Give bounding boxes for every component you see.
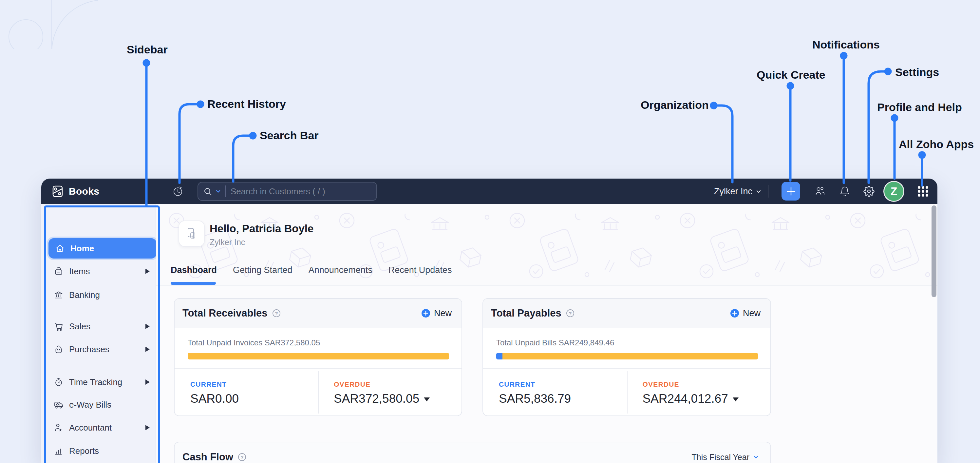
greeting-text: Hello, Patricia Boyle xyxy=(210,223,313,235)
tab-announcements[interactable]: Announcements xyxy=(309,265,372,275)
overdue-label: OVERDUE xyxy=(334,380,461,388)
annotation-label-all-zoho-apps: All Zoho Apps xyxy=(899,138,974,151)
submenu-arrow-icon xyxy=(145,379,150,385)
greeting-company: Zylker Inc xyxy=(210,237,245,247)
books-logo-icon[interactable] xyxy=(51,185,64,198)
new-bill-button[interactable]: New xyxy=(730,308,760,318)
tab-recent-updates[interactable]: Recent Updates xyxy=(388,265,452,275)
current-label: CURRENT xyxy=(190,380,318,388)
caret-down-icon xyxy=(424,398,430,401)
overdue-label: OVERDUE xyxy=(643,380,771,388)
document-icon xyxy=(185,227,199,240)
sidebar-item-banking[interactable]: Banking xyxy=(41,286,156,304)
organization-name: Zylker Inc xyxy=(714,186,752,197)
profile-avatar[interactable]: Z xyxy=(885,182,904,201)
unpaid-summary: Total Unpaid Bills SAR249,849.46 xyxy=(496,338,758,347)
help-icon[interactable]: ? xyxy=(237,452,247,462)
new-label: New xyxy=(434,308,452,318)
tab-getting-started[interactable]: Getting Started xyxy=(233,265,293,275)
svg-text:?: ? xyxy=(275,311,278,316)
tab-dashboard[interactable]: Dashboard xyxy=(171,265,217,275)
chevron-down-icon xyxy=(752,454,759,460)
search-icon xyxy=(204,187,212,196)
total-payables-card: Total Payables ? New Tot xyxy=(482,298,771,416)
chevron-down-icon xyxy=(755,188,762,195)
quick-create-button[interactable] xyxy=(781,182,800,200)
sidebar-item-accountant[interactable]: Accountant xyxy=(41,419,156,436)
annotation-label-settings: Settings xyxy=(895,66,939,79)
unpaid-summary: Total Unpaid Invoices SAR372,580.05 xyxy=(188,338,449,347)
greeting-tile xyxy=(178,221,205,247)
annotation-label-sidebar: Sidebar xyxy=(127,43,168,56)
sidebar-item-reports[interactable]: Reports xyxy=(41,442,156,460)
period-selector[interactable]: This Fiscal Year xyxy=(692,452,759,462)
main-content: Hello, Patricia Boyle Zylker Inc Dashboa… xyxy=(156,204,937,463)
overdue-amount[interactable]: SAR372,580.05 xyxy=(334,392,461,406)
sidebar-item-label: Purchases xyxy=(69,344,110,355)
current-label: CURRENT xyxy=(499,380,627,388)
card-header: Total Receivables ? New xyxy=(175,299,461,328)
home-icon xyxy=(55,243,65,253)
settings-pointer-line xyxy=(869,72,888,183)
plus-circle-icon xyxy=(730,309,739,318)
stage: Books Search in Customers ( / ) Zylker I… xyxy=(0,0,980,463)
users-icon[interactable] xyxy=(814,186,826,197)
organization-selector[interactable]: Zylker Inc xyxy=(714,178,762,204)
annotation-label-recent-history: Recent History xyxy=(207,98,286,110)
submenu-arrow-icon xyxy=(145,324,150,329)
svg-text:?: ? xyxy=(240,455,243,460)
new-invoice-button[interactable]: New xyxy=(421,308,452,318)
svg-text:?: ? xyxy=(569,311,571,316)
top-navbar: Books Search in Customers ( / ) Zylker I… xyxy=(41,178,937,204)
search-scope-chevron-icon[interactable] xyxy=(215,188,221,195)
submenu-arrow-icon xyxy=(145,425,150,430)
search-bar-pointer-line xyxy=(233,136,253,181)
submenu-arrow-icon xyxy=(145,347,150,352)
sidebar-item-sales[interactable]: Sales xyxy=(41,318,156,335)
all-zoho-apps-grid-icon[interactable] xyxy=(916,185,929,198)
payables-progress-bar xyxy=(496,353,758,360)
vertical-scrollbar[interactable] xyxy=(932,205,936,297)
truck-icon xyxy=(54,400,64,410)
help-icon[interactable]: ? xyxy=(566,309,575,318)
overdue-amount[interactable]: SAR244,012.67 xyxy=(643,392,771,406)
settings-gear-icon[interactable] xyxy=(863,186,875,197)
sidebar-item-label: Reports xyxy=(69,446,99,456)
app-window: Books Search in Customers ( / ) Zylker I… xyxy=(41,178,937,463)
search-divider xyxy=(225,185,226,197)
annotation-label-search-bar: Search Bar xyxy=(260,129,319,142)
sidebar-item-purchases[interactable]: Purchases xyxy=(41,341,156,358)
current-segment xyxy=(496,353,503,360)
annotation-label-quick-create: Quick Create xyxy=(757,68,826,81)
tab-bar: Dashboard Getting Started Announcements … xyxy=(171,265,452,275)
stopwatch-icon xyxy=(54,377,64,387)
annotation-label-organization: Organization xyxy=(641,99,709,111)
annotation-label-notifications: Notifications xyxy=(812,38,880,51)
sidebar-item-time-tracking[interactable]: Time Tracking xyxy=(41,374,156,391)
cash-flow-card: Cash Flow ? This Fiscal Year xyxy=(174,442,771,463)
app-name: Books xyxy=(69,186,99,197)
sidebar-item-home[interactable]: Home xyxy=(48,238,157,259)
organization-pointer-line xyxy=(714,105,732,182)
navbar-divider xyxy=(768,185,768,197)
period-value: This Fiscal Year xyxy=(692,452,749,462)
current-amount: SAR0.00 xyxy=(190,392,318,406)
active-tab-underline xyxy=(171,282,216,285)
help-icon[interactable]: ? xyxy=(272,309,281,318)
caret-down-icon xyxy=(733,398,738,401)
sidebar-item-eway-bills[interactable]: e-Way Bills xyxy=(41,396,156,413)
plus-circle-icon xyxy=(421,309,430,318)
receivables-progress-bar xyxy=(188,353,449,360)
items-icon xyxy=(54,266,64,276)
sidebar-item-label: Time Tracking xyxy=(69,377,122,387)
search-input[interactable]: Search in Customers ( / ) xyxy=(197,182,377,201)
recent-history-icon[interactable] xyxy=(172,186,183,197)
overdue-segment xyxy=(188,353,449,360)
sidebar-item-items[interactable]: Items xyxy=(41,263,156,280)
plus-icon xyxy=(786,186,797,197)
notifications-bell-icon[interactable] xyxy=(839,186,850,197)
avatar-letter: Z xyxy=(891,185,897,197)
bar-chart-icon xyxy=(54,446,64,456)
sidebar-item-label: Sales xyxy=(69,321,91,332)
recent-history-pointer-line xyxy=(180,104,200,183)
